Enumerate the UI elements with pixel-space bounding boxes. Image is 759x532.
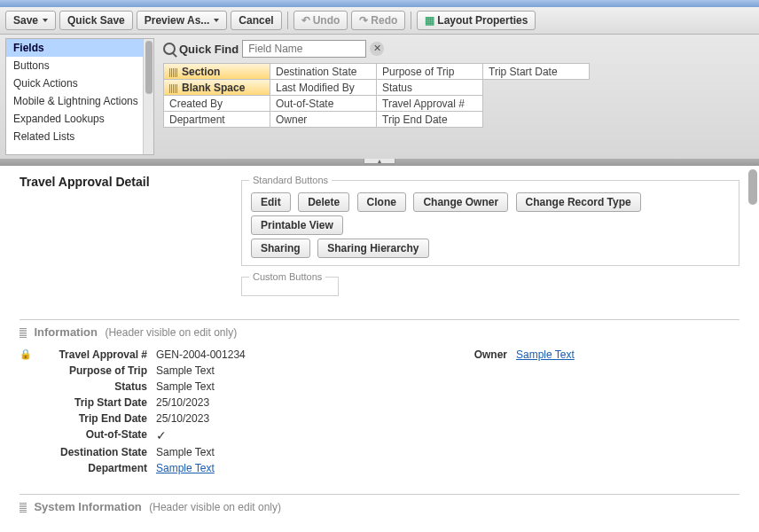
field-destination-state[interactable]: Destination State — [270, 63, 377, 80]
search-icon — [163, 43, 176, 55]
info-left-column: 🔒Travel Approval #GEN-2004-001234 Purpos… — [20, 347, 380, 476]
blank-space-block[interactable]: Blank Space — [163, 79, 270, 96]
nav-quick-actions[interactable]: Quick Actions — [6, 74, 153, 92]
custom-buttons-legend: Custom Buttons — [249, 271, 325, 282]
field-value[interactable]: GEN-2004-001234 — [156, 348, 380, 361]
layout-icon: ▦ — [425, 14, 434, 27]
separator — [411, 12, 411, 29]
info-right-column: OwnerSample Text — [380, 347, 739, 476]
field-out-of-state[interactable]: Out-of-State — [270, 95, 377, 112]
field-value[interactable]: Sample Text — [516, 348, 739, 361]
undo-icon: ↶ — [301, 14, 310, 27]
nav-expanded-lookups[interactable]: Expanded Lookups — [6, 110, 153, 128]
preview-as-button[interactable]: Preview As... — [137, 11, 228, 30]
field-owner[interactable]: Owner — [270, 111, 377, 128]
nav-scrollbar[interactable] — [143, 39, 153, 154]
detail-scrollbar[interactable] — [748, 169, 757, 205]
nav-related-lists[interactable]: Related Lists — [6, 128, 153, 145]
nav-buttons[interactable]: Buttons — [6, 57, 153, 74]
owner-link[interactable]: Sample Text — [516, 348, 575, 361]
lock-icon: 🔒 — [20, 348, 32, 361]
page-title: Travel Approval Detail — [20, 175, 241, 189]
field-value[interactable]: Sample Text — [156, 364, 380, 377]
field-value[interactable]: Sample Text — [156, 380, 380, 393]
quick-find-label: Quick Find — [179, 43, 239, 56]
clear-search-icon[interactable]: ✕ — [370, 42, 384, 56]
field-palette: Quick Find ✕ Section Destination State P… — [154, 35, 759, 159]
field-last-modified-by[interactable]: Last Modified By — [270, 79, 377, 96]
field-value[interactable]: Sample Text — [156, 462, 380, 474]
field-value[interactable]: Sample Text — [156, 446, 380, 458]
delete-button[interactable]: Delete — [298, 192, 349, 212]
field-department[interactable]: Department — [163, 111, 270, 128]
toolbar: Save Quick Save Preview As... Cancel ↶Un… — [0, 7, 759, 35]
redo-icon: ↷ — [359, 14, 368, 27]
section-information[interactable]: Information (Header visible on edit only… — [20, 319, 739, 340]
checkbox-icon[interactable]: ✓ — [156, 428, 380, 442]
sharing-button[interactable]: Sharing — [251, 239, 310, 258]
field-value[interactable]: 25/10/2023 — [156, 396, 380, 409]
redo-button[interactable]: ↷Redo — [351, 11, 405, 30]
change-owner-button[interactable]: Change Owner — [413, 192, 508, 212]
edit-button[interactable]: Edit — [251, 192, 291, 212]
section-block[interactable]: Section — [163, 63, 270, 80]
field-purpose-of-trip[interactable]: Purpose of Trip — [376, 63, 483, 80]
clone-button[interactable]: Clone — [357, 192, 406, 212]
quick-save-button[interactable]: Quick Save — [59, 11, 133, 30]
section-system-information[interactable]: System Information (Header visible on ed… — [20, 494, 739, 514]
caret-down-icon — [214, 19, 219, 22]
change-record-type-button[interactable]: Change Record Type — [516, 192, 641, 212]
field-created-by[interactable]: Created By — [163, 95, 270, 112]
separator — [287, 12, 288, 29]
collapse-arrow-icon[interactable]: ▴ — [364, 159, 395, 164]
detail-panel: Travel Approval Detail Standard Buttons … — [0, 166, 759, 520]
quick-find-input[interactable] — [242, 40, 366, 58]
standard-buttons-legend: Standard Buttons — [249, 175, 332, 185]
field-trip-end-date[interactable]: Trip End Date — [376, 111, 483, 128]
workspace-row: Fields Buttons Quick Actions Mobile & Li… — [0, 35, 759, 159]
field-trip-start-date[interactable]: Trip Start Date — [482, 63, 590, 80]
drag-handle-icon[interactable] — [20, 502, 27, 512]
nav-mobile-actions[interactable]: Mobile & Lightning Actions — [6, 92, 153, 110]
department-link[interactable]: Sample Text — [156, 462, 215, 474]
nav-fields[interactable]: Fields — [6, 39, 153, 57]
save-button[interactable]: Save — [5, 11, 56, 30]
cancel-button[interactable]: Cancel — [231, 11, 281, 30]
field-status[interactable]: Status — [376, 79, 483, 96]
left-nav: Fields Buttons Quick Actions Mobile & Li… — [5, 38, 154, 155]
sharing-hierarchy-button[interactable]: Sharing Hierarchy — [317, 239, 428, 258]
printable-view-button[interactable]: Printable View — [251, 215, 343, 235]
undo-button[interactable]: ↶Undo — [293, 11, 348, 30]
top-blue-bar — [0, 0, 759, 7]
field-value[interactable]: 25/10/2023 — [156, 412, 380, 425]
caret-down-icon — [43, 19, 48, 22]
splitter[interactable]: ▴ — [0, 159, 759, 166]
layout-properties-button[interactable]: ▦Layout Properties — [417, 11, 536, 30]
drag-handle-icon[interactable] — [20, 327, 27, 338]
field-travel-approval-num[interactable]: Travel Approval # — [376, 95, 483, 112]
